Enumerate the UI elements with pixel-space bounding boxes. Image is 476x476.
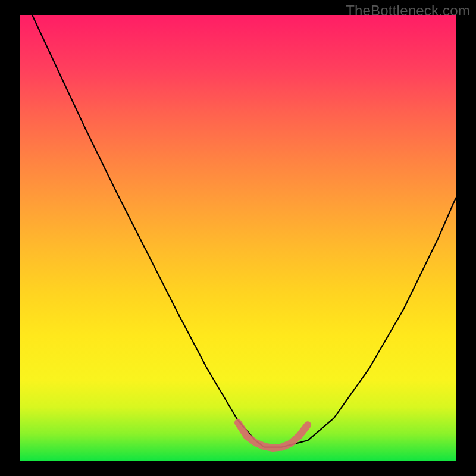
- curve-svg: [20, 15, 456, 461]
- curve-path: [33, 15, 456, 447]
- highlight-path: [238, 422, 308, 448]
- chart-frame: TheBottleneck.com: [0, 0, 476, 476]
- plot-area: [20, 15, 456, 461]
- watermark-text: TheBottleneck.com: [346, 2, 470, 19]
